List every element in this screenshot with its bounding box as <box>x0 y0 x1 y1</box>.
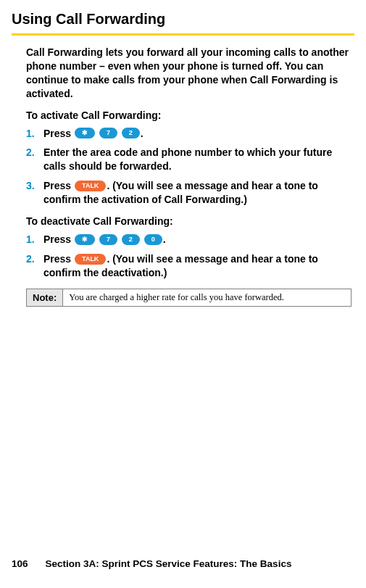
note-text: You are charged a higher rate for calls … <box>63 289 351 306</box>
step-number: 2. <box>26 146 43 173</box>
page-number: 106 <box>12 558 28 569</box>
step-post: . <box>141 128 144 139</box>
section-label: Section 3A: Sprint PCS Service Features:… <box>46 558 292 569</box>
note-box: Note: You are charged a higher rate for … <box>26 289 352 307</box>
step-number: 1. <box>26 233 43 247</box>
activate-heading: To activate Call Forwarding: <box>26 109 352 121</box>
note-label: Note: <box>27 289 63 306</box>
step-body: Press ✱ 7 2 0. <box>43 233 352 247</box>
step-body: Press TALK. (You will see a message and … <box>43 252 352 280</box>
activate-steps: 1. Press ✱ 7 2. 2. Enter the area code a… <box>26 127 352 207</box>
step-pre: Press <box>43 233 74 245</box>
title-underline <box>12 33 354 36</box>
page-footer: 106Section 3A: Sprint PCS Service Featur… <box>12 558 291 569</box>
deactivate-step-2: 2. Press TALK. (You will see a message a… <box>26 252 352 280</box>
intro-paragraph: Call Forwarding lets you forward all you… <box>26 46 352 101</box>
content-area: Call Forwarding lets you forward all you… <box>12 46 354 307</box>
step-body: Enter the area code and phone number to … <box>43 146 352 173</box>
step-pre: Press <box>43 128 74 139</box>
step-number: 1. <box>26 127 43 141</box>
step-pre: Press <box>43 180 74 191</box>
seven-key-icon: 7 <box>99 234 117 245</box>
zero-key-icon: 0 <box>144 234 162 245</box>
step-post: . <box>163 233 166 245</box>
deactivate-step-1: 1. Press ✱ 7 2 0. <box>26 233 352 247</box>
star-key-icon: ✱ <box>75 234 95 245</box>
step-pre: Press <box>43 253 74 265</box>
deactivate-heading: To deactivate Call Forwarding: <box>26 215 352 227</box>
two-key-icon: 2 <box>122 128 140 138</box>
deactivate-steps: 1. Press ✱ 7 2 0. 2. Press TALK. (You wi… <box>26 233 352 280</box>
page-title: Using Call Forwarding <box>12 11 354 28</box>
activate-step-1: 1. Press ✱ 7 2. <box>26 127 352 141</box>
two-key-icon: 2 <box>122 234 140 245</box>
step-body: Press TALK. (You will see a message and … <box>43 179 352 207</box>
star-key-icon: ✱ <box>75 128 95 138</box>
step-number: 3. <box>26 179 43 207</box>
activate-step-3: 3. Press TALK. (You will see a message a… <box>26 179 352 207</box>
step-body: Press ✱ 7 2. <box>43 127 352 141</box>
activate-step-2: 2. Enter the area code and phone number … <box>26 146 352 173</box>
talk-key-icon: TALK <box>75 181 106 191</box>
talk-key-icon: TALK <box>75 254 106 265</box>
seven-key-icon: 7 <box>99 128 117 138</box>
step-number: 2. <box>26 252 43 280</box>
